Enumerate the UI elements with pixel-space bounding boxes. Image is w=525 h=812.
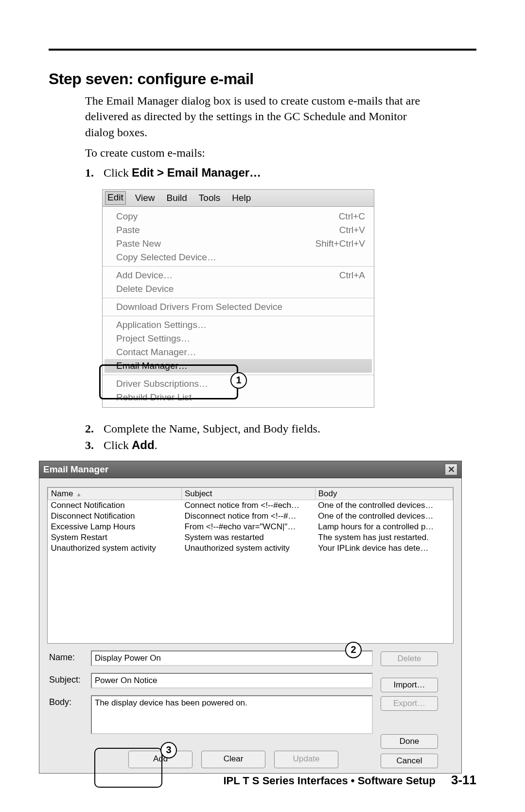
menu-rebuild-driver-list[interactable]: Rebuild Driver List <box>103 391 374 404</box>
col-name[interactable]: Name▲ <box>48 487 182 500</box>
cell-body: Your IPLink device has dete… <box>315 543 453 554</box>
menu-delete-device[interactable]: Delete Device <box>103 282 374 296</box>
close-icon[interactable]: ✕ <box>445 464 457 475</box>
step-2: 2. Complete the Name, Subject, and Body … <box>85 422 425 435</box>
callout-3: 3 <box>160 742 177 758</box>
menu-copy-sel-label: Copy Selected Device… <box>116 252 365 263</box>
email-manager-dialog: Email Manager ✕ Name▲ Subject Body Conne… <box>39 461 462 774</box>
menu-copy-selected-device[interactable]: Copy Selected Device… <box>103 251 374 264</box>
col-subject[interactable]: Subject <box>181 487 315 500</box>
cell-subject: Connect notice from <!--#ech… <box>181 500 315 511</box>
menu-email-mgr-label: Email Manager… <box>116 361 363 371</box>
intro-paragraph-1: The Email Manager dialog box is used to … <box>85 93 425 140</box>
cell-subject: System was restarted <box>181 532 315 543</box>
table-row[interactable]: Excessive Lamp HoursFrom <!--#echo var="… <box>48 522 453 532</box>
menu-copy-label: Copy <box>116 211 339 222</box>
cell-body: One of the controlled devices… <box>315 500 453 511</box>
dialog-titlebar: Email Manager ✕ <box>39 461 462 478</box>
email-table: Name▲ Subject Body Connect NotificationC… <box>47 487 454 644</box>
menu-add-dev-label: Add Device… <box>116 270 339 281</box>
step-1-pre: Click <box>104 166 132 179</box>
table-row[interactable]: System RestartSystem was restartedThe sy… <box>48 532 453 543</box>
callout-1: 1 <box>230 372 247 389</box>
table-row[interactable]: Disconnect NotificationDisconnect notice… <box>48 511 453 522</box>
step-2-text: Complete the Name, Subject, and Body fie… <box>104 422 425 435</box>
cell-subject: Unauthorized system activity <box>181 543 315 554</box>
clear-button[interactable]: Clear <box>201 751 265 768</box>
menubar-build[interactable]: Build <box>166 192 188 204</box>
menu-add-dev-shortcut: Ctrl+A <box>339 270 365 281</box>
subject-label: Subject: <box>49 673 91 685</box>
step-3-bold: Add <box>132 438 155 451</box>
subject-field[interactable] <box>91 673 373 688</box>
menu-application-settings[interactable]: Application Settings… <box>103 318 374 332</box>
step-3-number: 3. <box>85 439 104 452</box>
cell-body: The system has just restarted. <box>315 532 453 543</box>
step-3-post: . <box>155 439 158 451</box>
cell-subject: From <!--#echo var="WCN|"… <box>181 522 315 532</box>
menubar-edit[interactable]: Edit <box>105 191 126 205</box>
step-3-pre: Click <box>104 439 132 451</box>
step-1-bold: Edit > Email Manager… <box>132 166 261 179</box>
edit-menu-figure: Edit View Build Tools Help CopyCtrl+C Pa… <box>102 189 374 408</box>
menu-copy[interactable]: CopyCtrl+C <box>103 210 374 223</box>
body-label: Body: <box>49 695 91 707</box>
menubar-help[interactable]: Help <box>231 192 252 204</box>
menu-contact-manager[interactable]: Contact Manager… <box>103 345 374 359</box>
footer-page-number: 3-11 <box>451 773 476 787</box>
menu-app-set-label: Application Settings… <box>116 320 365 330</box>
step-1-number: 1. <box>85 166 104 180</box>
cell-body: One of the controlled devices… <box>315 511 453 522</box>
menu-paste-new-shortcut: Shift+Ctrl+V <box>315 238 365 249</box>
menu-paste-new-label: Paste New <box>116 238 315 249</box>
name-field[interactable] <box>91 650 373 666</box>
menu-copy-shortcut: Ctrl+C <box>339 211 365 222</box>
menubar-view[interactable]: View <box>134 192 156 204</box>
menu-paste-shortcut: Ctrl+V <box>339 225 365 235</box>
step-2-number: 2. <box>85 422 104 435</box>
cell-name: System Restart <box>48 532 182 543</box>
menu-proj-set-label: Project Settings… <box>116 333 365 344</box>
cell-name: Excessive Lamp Hours <box>48 522 182 532</box>
menu-paste-new[interactable]: Paste NewShift+Ctrl+V <box>103 237 374 251</box>
menu-project-settings[interactable]: Project Settings… <box>103 332 374 345</box>
cell-name: Unauthorized system activity <box>48 543 182 554</box>
menu-download-drivers[interactable]: Download Drivers From Selected Device <box>103 300 374 314</box>
cell-subject: Disconnect notice from <!--#… <box>181 511 315 522</box>
delete-button[interactable]: Delete <box>381 651 438 666</box>
menubar-tools[interactable]: Tools <box>198 192 221 204</box>
cancel-button[interactable]: Cancel <box>381 754 438 768</box>
callout-2: 2 <box>345 642 362 658</box>
name-label: Name: <box>49 650 91 663</box>
menu-rebuild-label: Rebuild Driver List <box>116 392 365 403</box>
export-button[interactable]: Export… <box>381 696 438 711</box>
table-row[interactable]: Unauthorized system activityUnauthorized… <box>48 543 453 554</box>
menu-contact-mgr-label: Contact Manager… <box>116 347 365 358</box>
menu-email-manager[interactable]: Email Manager… <box>105 359 372 373</box>
page-footer: IPL T S Series Interfaces • Software Set… <box>223 773 476 788</box>
col-body[interactable]: Body <box>315 487 453 500</box>
menu-del-dev-label: Delete Device <box>116 284 365 294</box>
footer-title: IPL T S Series Interfaces • Software Set… <box>223 775 435 787</box>
menu-add-device[interactable]: Add Device…Ctrl+A <box>103 269 374 282</box>
menu-paste-label: Paste <box>116 225 339 235</box>
table-row[interactable]: Connect NotificationConnect notice from … <box>48 500 453 511</box>
cell-name: Disconnect Notification <box>48 511 182 522</box>
menu-paste[interactable]: PasteCtrl+V <box>103 223 374 237</box>
import-button[interactable]: Import… <box>381 678 438 692</box>
sort-asc-icon: ▲ <box>76 491 82 498</box>
update-button[interactable]: Update <box>274 751 338 768</box>
email-table-body: Connect NotificationConnect notice from … <box>48 500 453 554</box>
body-field[interactable]: The display device has been powered on. <box>91 695 373 734</box>
intro-paragraph-2: To create custom e-mails: <box>85 145 425 161</box>
cell-body: Lamp hours for a controlled p… <box>315 522 453 532</box>
menu-dl-drivers-label: Download Drivers From Selected Device <box>116 302 365 312</box>
step-heading: Step seven: configure e-mail <box>49 70 476 88</box>
cell-name: Connect Notification <box>48 500 182 511</box>
col-name-label: Name <box>51 489 73 498</box>
step-1: 1. Click Edit > Email Manager… <box>85 166 425 180</box>
dialog-title-text: Email Manager <box>43 464 108 475</box>
menubar: Edit View Build Tools Help <box>102 189 374 207</box>
step-3: 3. Click Add. <box>85 438 425 452</box>
add-button[interactable]: Add <box>128 751 192 768</box>
